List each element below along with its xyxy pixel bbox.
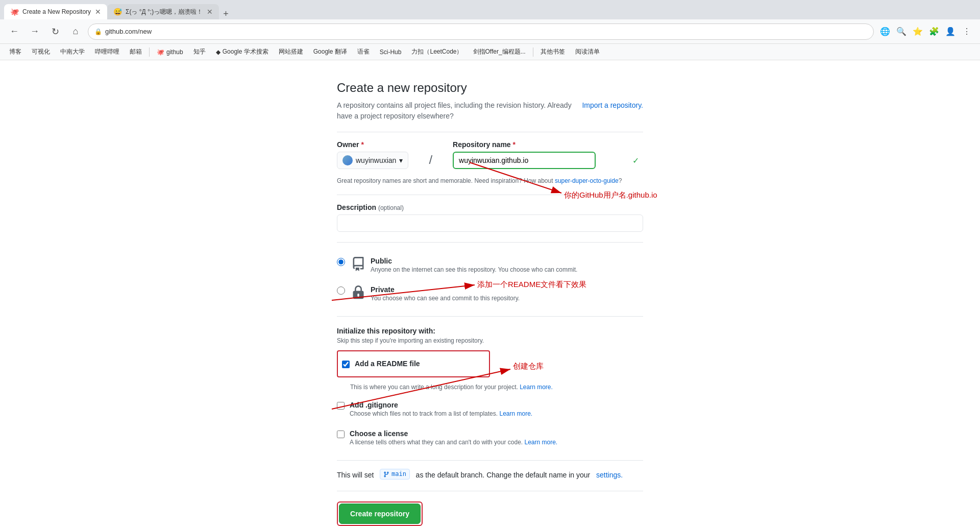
divider-top: [337, 132, 643, 132]
bookmark-yuque[interactable]: 语雀: [353, 46, 374, 57]
repo-name-hint: Great repository names are short and mem…: [337, 177, 643, 184]
extensions-icon[interactable]: 🧩: [927, 25, 941, 39]
create-btn-border: Create repository: [337, 501, 423, 526]
browser-frame: 🐙 Create a New Repository ✕ 😅 Σ(っ °Д °;)…: [0, 0, 980, 526]
bookmark-website[interactable]: 网站搭建: [275, 46, 307, 57]
profile-icon[interactable]: 👤: [943, 25, 958, 39]
bookmark-star-icon[interactable]: ⭐: [911, 25, 925, 39]
import-link[interactable]: Import a repository.: [582, 100, 643, 111]
description-section: Description (optional): [337, 203, 643, 232]
owner-value: wuyinwuxian: [356, 156, 396, 164]
home-button[interactable]: ⌂: [67, 23, 84, 40]
bookmarks-bar: 博客 可视化 中南大学 哔哩哔哩 邮箱 🐙 github 知乎 ◆ Google…: [0, 44, 980, 60]
license-learn-more[interactable]: Learn more.: [525, 439, 558, 446]
address-bar[interactable]: 🔒 github.com/new: [88, 23, 874, 40]
lock-icon: 🔒: [94, 28, 102, 35]
visibility-radio-group: Public Anyone on the internet can see th…: [337, 251, 643, 308]
bookmark-separator-2: [533, 47, 533, 57]
bookmark-label: 中南大学: [60, 47, 85, 56]
public-radio[interactable]: [337, 258, 345, 266]
bookmark-reading[interactable]: 阅读清单: [571, 46, 604, 57]
toolbar-icons: 🌐 🔍 ⭐ 🧩 👤 ⋮: [878, 25, 974, 39]
forward-button[interactable]: →: [27, 23, 43, 40]
tab-favicon-2: 😅: [113, 8, 121, 16]
bookmark-blog[interactable]: 博客: [5, 46, 26, 57]
bookmark-label: Sci-Hub: [380, 49, 402, 56]
gitignore-content: Add .gitignore Choose which files not to…: [350, 401, 532, 417]
search-icon[interactable]: 🔍: [894, 25, 909, 39]
tab-title-1: Create a New Repository: [22, 8, 91, 15]
address-text: github.com/new: [105, 28, 152, 35]
bookmark-label: 网站搭建: [279, 47, 303, 56]
private-content-row: Private You choose who can see and commi…: [351, 285, 520, 302]
owner-dropdown-icon: ▾: [399, 156, 403, 164]
owner-select[interactable]: wuyinwuxian ▾: [337, 152, 408, 169]
tab-close-2[interactable]: ✕: [207, 8, 213, 16]
bookmark-label: 语雀: [357, 47, 370, 56]
tab-create-repo[interactable]: 🐙 Create a New Repository ✕: [4, 4, 107, 19]
bookmark-bilibili[interactable]: 哔哩哔哩: [91, 46, 124, 57]
divider-init: [337, 316, 643, 317]
public-radio-content: Public Anyone on the internet can see th…: [371, 257, 577, 273]
private-desc: You choose who can see and commit to thi…: [371, 295, 520, 302]
hint-suggestion-link[interactable]: super-duper-octo-guide: [555, 177, 619, 184]
browser-tabs: 🐙 Create a New Repository ✕ 😅 Σ(っ °Д °;)…: [4, 0, 972, 19]
license-checkbox[interactable]: [337, 431, 345, 438]
initialize-desc: Skip this step if you're importing an ex…: [337, 337, 643, 344]
license-title: Choose a license: [350, 429, 557, 438]
bookmark-mail[interactable]: 邮箱: [126, 46, 146, 57]
bookmark-translate[interactable]: Google 翻译: [309, 46, 351, 57]
tab-close-1[interactable]: ✕: [95, 8, 101, 16]
translate-icon[interactable]: 🌐: [878, 25, 892, 39]
create-btn-wrapper: Create repository: [337, 501, 643, 526]
bookmark-other[interactable]: 其他书签: [536, 46, 569, 57]
bookmark-scihub[interactable]: Sci-Hub: [376, 47, 406, 57]
divider-vis: [337, 242, 643, 243]
page-title: Create a new repository: [337, 81, 643, 95]
bookmark-leetcode[interactable]: 力扣（LeetCode）: [407, 46, 467, 57]
bookmark-label: 其他书签: [541, 47, 565, 56]
gitignore-checkbox[interactable]: [337, 402, 345, 410]
tab-other[interactable]: 😅 Σ(っ °Д °;)っ嗯嗯，崩溃啦！ ✕: [107, 4, 219, 19]
branch-settings-link[interactable]: settings.: [596, 471, 623, 479]
readme-learn-more[interactable]: Learn more.: [520, 384, 553, 391]
repo-name-label: Repository name *: [453, 140, 643, 149]
bookmark-label: 力扣（LeetCode）: [411, 47, 462, 56]
tab-favicon-1: 🐙: [10, 8, 18, 16]
page-desc-text: A repository contains all project files,…: [337, 100, 582, 122]
browser-titlebar: 🐙 Create a New Repository ✕ 😅 Σ(っ °Д °;)…: [0, 0, 980, 19]
bookmark-label: github: [166, 49, 183, 56]
readme-checkbox[interactable]: [342, 361, 350, 368]
gitignore-option: Add .gitignore Choose which files not to…: [337, 397, 643, 421]
tab-title-2: Σ(っ °Д °;)っ嗯嗯，崩溃啦！: [126, 8, 203, 16]
bookmark-scholar[interactable]: ◆ Google 学术搜索: [212, 46, 273, 57]
private-repo-icon: [351, 285, 365, 300]
public-option: Public Anyone on the internet can see th…: [337, 251, 643, 279]
create-repository-button[interactable]: Create repository: [339, 504, 421, 524]
bookmark-zhihu[interactable]: 知乎: [189, 46, 210, 57]
repo-name-input[interactable]: [453, 152, 596, 169]
page-description: A repository contains all project files,…: [337, 100, 643, 122]
readme-title: Add a README file: [355, 360, 420, 368]
add-tab-button[interactable]: +: [219, 9, 233, 19]
readme-desc: This is where you can write a long descr…: [350, 384, 643, 391]
description-input[interactable]: [337, 214, 643, 232]
bookmark-csu[interactable]: 中南大学: [56, 46, 89, 57]
private-radio[interactable]: [337, 286, 345, 295]
gitignore-title: Add .gitignore: [350, 401, 532, 409]
readme-option: Add a README file: [342, 355, 485, 372]
reload-button[interactable]: ↻: [47, 23, 63, 40]
bookmark-github[interactable]: 🐙 github: [153, 47, 187, 57]
divider-create: [337, 491, 643, 491]
bookmark-visualize[interactable]: 可视化: [28, 46, 54, 57]
bookmark-label: 阅读清单: [575, 47, 600, 56]
bookmark-jianzhi[interactable]: 剑指Offer_编程题...: [469, 46, 530, 57]
readme-content: Add a README file: [355, 360, 420, 368]
bookmark-label: 知乎: [193, 47, 206, 56]
bookmark-label: Google 翻译: [313, 47, 347, 56]
menu-icon[interactable]: ⋮: [960, 25, 974, 39]
back-button[interactable]: ←: [6, 23, 22, 40]
gitignore-learn-more[interactable]: Learn more.: [499, 410, 532, 417]
license-content: Choose a license A license tells others …: [350, 429, 557, 446]
repo-name-field: Repository name * ✓: [453, 140, 643, 169]
